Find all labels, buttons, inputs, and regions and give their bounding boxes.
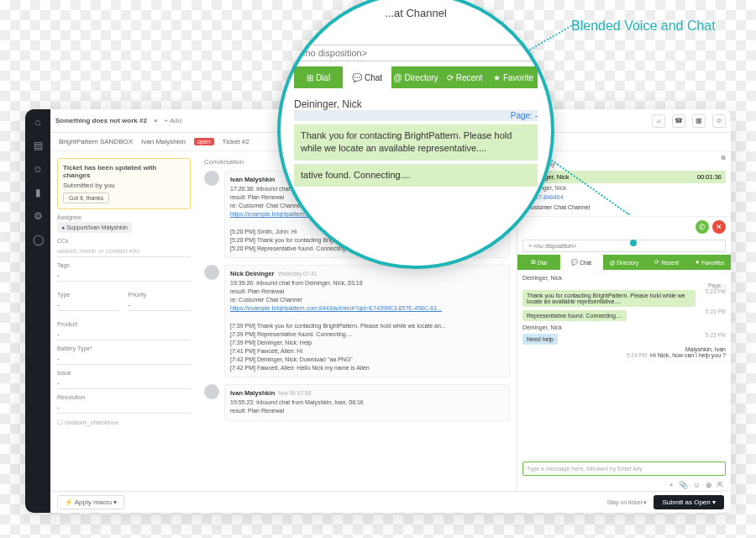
talk-icon[interactable]: ☎ xyxy=(672,114,685,128)
mag-tab-directory[interactable]: @ Directory xyxy=(391,66,440,88)
chat-toolbar: + 📎 ☺ ⊕ ⇱ xyxy=(517,479,731,491)
battery-select[interactable]: - xyxy=(57,353,191,365)
got-it-button[interactable]: Got it, thanks xyxy=(63,193,109,203)
msg-time: 5:24 PM xyxy=(627,352,647,358)
tab-close-icon[interactable]: × xyxy=(154,117,158,124)
chat-from: Deininger, Nick xyxy=(522,324,726,330)
priority-label: Priority xyxy=(129,292,192,298)
end-button[interactable]: ✕ xyxy=(712,220,726,234)
cobrowse-icon[interactable]: ⊕ xyxy=(706,481,712,489)
mag-title: ...at Channel xyxy=(294,7,538,19)
resolution-label: Resolution xyxy=(57,394,191,400)
stay-on-ticket[interactable]: Stay on ticket ▾ xyxy=(606,499,647,506)
user-icon[interactable]: ☺ xyxy=(32,163,44,175)
post-line: [7:41 PM] Fawcett, Allen: Hi xyxy=(230,347,504,356)
ticket-fields-panel: Ticket has been updated with changes Sub… xyxy=(50,151,197,491)
magnifier-overlay: ...at Channel <no disposition> ⊞ Dial 💬 … xyxy=(277,0,554,269)
agent-name: Malyshkin, Ivan xyxy=(685,346,726,352)
assignee-value[interactable]: ● Support/Ivan Malyshkin xyxy=(57,222,132,233)
msg-time: 5:23 PM xyxy=(706,309,726,314)
issue-select[interactable]: - xyxy=(57,377,191,389)
post-author: Nick Deininger xyxy=(230,270,275,277)
conversation-post: Ivan MalyshkinNov 06 07:5819:55:23: inbo… xyxy=(204,384,510,420)
chat-icon[interactable]: ◯ xyxy=(32,234,44,245)
chat-area: Deininger, Nick Page: - Thank you for co… xyxy=(517,270,731,458)
status-badge: open xyxy=(194,138,214,145)
crumb-org[interactable]: BrightPattern SANDBOX xyxy=(59,138,133,145)
post-line: [7:42 PM] Fawcett, Allen: Hello Nick my … xyxy=(230,364,504,372)
apps-icon[interactable]: ▦ xyxy=(692,114,706,128)
custom-checkbox-label: custom_checkbox xyxy=(65,419,118,426)
crumb-user[interactable]: Ivan Malyshkin xyxy=(141,138,186,145)
system-message: Representative found. Connecting.... xyxy=(522,310,627,321)
ticket-tab-title[interactable]: Something does not work #2 xyxy=(55,117,147,124)
mag-system-message: tative found. Connecting.... xyxy=(294,164,538,187)
mag-page: Page: - xyxy=(294,110,538,121)
update-alert: Ticket has been updated with changes Sub… xyxy=(57,158,191,209)
issue-label: Issue xyxy=(57,370,191,376)
footer-bar: ⚡ Apply macro ▾ Stay on ticket ▾ Submit … xyxy=(50,491,731,513)
disposition-select[interactable]: + <no disposition> xyxy=(522,240,726,252)
post-line: 19:39:26: inbound chat from Deininger, N… xyxy=(230,279,504,287)
mag-tab-chat[interactable]: 💬 Chat xyxy=(343,66,391,88)
message-input[interactable]: Type a message here, followed by Enter k… xyxy=(522,462,726,476)
alert-msg: Ticket has been updated with changes xyxy=(63,164,185,179)
attach-icon[interactable]: 📎 xyxy=(679,481,688,489)
tab-dial[interactable]: ⊞ Dial xyxy=(517,255,560,270)
emoji-icon[interactable]: ☺ xyxy=(693,481,701,489)
tags-label: Tags xyxy=(57,262,191,268)
checkbox-icon[interactable]: ☐ xyxy=(57,419,63,426)
tab-directory[interactable]: @ Directory xyxy=(603,255,646,270)
post-line: result: Plan Renewal xyxy=(230,407,504,415)
tags-input[interactable]: - xyxy=(57,270,191,282)
avatar xyxy=(204,384,219,399)
contact-phone[interactable]: 1-617-848484 xyxy=(522,193,726,202)
views-icon[interactable]: ▤ xyxy=(32,140,44,151)
link[interactable]: https://example.brightpattern.com:8443/a… xyxy=(230,305,442,311)
profile-icon[interactable]: ☺ xyxy=(712,114,726,128)
add-tab-button[interactable]: + Add xyxy=(165,117,182,124)
tab-chat[interactable]: 💬 Chat xyxy=(560,255,603,270)
apply-macro-button[interactable]: ⚡ Apply macro ▾ xyxy=(57,495,124,509)
post-line: https://example.brightpattern.com:8443/a… xyxy=(230,304,504,313)
submit-button[interactable]: Submit as Open ▾ xyxy=(654,495,724,509)
product-select[interactable]: - xyxy=(57,329,191,340)
priority-select[interactable]: - xyxy=(129,299,192,311)
mag-disposition[interactable]: <no disposition> xyxy=(294,45,538,61)
agent-desktop-panel: Busy ⚙ Next: Ready Deininger, Nick00:01:… xyxy=(517,151,731,491)
conversation-post: Nick DeiningerYesterday 07:4119:39:26: i… xyxy=(204,265,510,377)
post-line: [7:39 PM] Representative found. Connecti… xyxy=(230,330,504,339)
chat-from: Deininger, Nick xyxy=(522,275,726,281)
type-select[interactable]: - xyxy=(57,299,120,311)
home-icon[interactable]: ⌂ xyxy=(32,116,44,128)
callout-dot xyxy=(630,240,637,246)
system-message: Thank you for contacting BrightPattern. … xyxy=(522,290,696,307)
agent-message: Hi Nick, how can i help you ? xyxy=(650,352,726,358)
msg-time: 5:23 PM xyxy=(706,288,726,294)
reports-icon[interactable]: ▮ xyxy=(32,187,44,198)
crumb-ticket: Ticket #2 xyxy=(223,138,249,145)
tab-recent[interactable]: ⟳ Recent xyxy=(645,255,688,270)
add-icon[interactable]: + xyxy=(669,481,674,489)
tab-favorites[interactable]: ★ Favorites xyxy=(688,255,731,270)
post-time: Nov 06 07:58 xyxy=(278,390,311,396)
active-interaction[interactable]: Deininger, Nick00:01:36 xyxy=(522,171,726,183)
mag-tab-favorite[interactable]: ★ Favorite xyxy=(489,66,538,88)
more-icon[interactable]: ⇱ xyxy=(717,481,724,489)
mag-tab-dial[interactable]: ⊞ Dial xyxy=(294,66,343,88)
accept-button[interactable]: ✆ xyxy=(696,220,709,234)
ccs-input[interactable]: search name or contact info xyxy=(57,245,191,257)
mag-from: Deininger, Nick xyxy=(294,98,538,110)
chat-page: Page: - xyxy=(522,282,726,288)
type-label: Type xyxy=(57,292,120,298)
avatar xyxy=(204,265,219,280)
call-timer: 00:01:36 xyxy=(697,173,722,181)
resolution-select[interactable]: - xyxy=(57,402,191,414)
settings-icon[interactable]: ⚙ xyxy=(32,210,44,222)
search-icon[interactable]: ⌕ xyxy=(652,114,665,128)
post-time: Yesterday 07:41 xyxy=(278,271,318,277)
post-line: 19:55:23: inbound chat from Malyshkin, I… xyxy=(230,398,504,407)
msg-time: 5:23 PM xyxy=(706,332,726,338)
mag-tab-recent[interactable]: ⟳ Recent xyxy=(440,66,489,88)
gear-icon[interactable]: ⚙ xyxy=(721,155,726,161)
